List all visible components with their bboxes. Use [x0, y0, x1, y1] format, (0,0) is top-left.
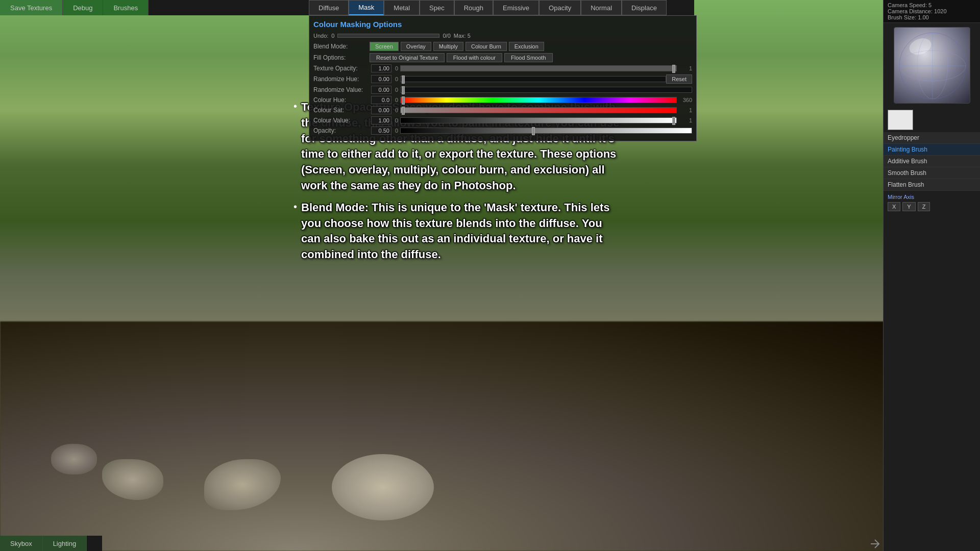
bottom-bar: Skybox Lighting	[0, 536, 102, 551]
camera-speed-label: Camera Speed:	[888, 2, 927, 8]
blend-mode-options: Screen Overlay Multiply Colour Burn Excl…	[370, 42, 544, 51]
blend-screen[interactable]: Screen	[370, 42, 399, 51]
cv-max: 1	[677, 117, 692, 123]
cs-max: 1	[677, 107, 692, 113]
randomize-value-row: Randomize Value: 0	[313, 86, 692, 94]
tab-displace[interactable]: Displace	[622, 0, 667, 15]
brush-size-row: Brush Size: 1.00	[888, 14, 976, 20]
colour-value-label: Colour Value:	[313, 117, 370, 124]
camera-info: Camera Speed: 5 Camera Distance: 1020 Br…	[884, 0, 980, 23]
tab-opacity[interactable]: Opacity	[539, 0, 581, 15]
camera-speed-row: Camera Speed: 5	[888, 2, 976, 8]
axis-y-btn[interactable]: Y	[902, 202, 915, 211]
cs-min: 0	[395, 107, 398, 113]
flatten-brush-btn[interactable]: Flatten Brush	[884, 179, 980, 191]
annotation-2: • Blend Mode: This is unique to the 'Mas…	[293, 200, 620, 263]
camera-distance-row: Camera Distance: 1020	[888, 8, 976, 14]
tab-emissive[interactable]: Emissive	[493, 0, 539, 15]
brush-size-label: Brush Size:	[888, 14, 916, 20]
randomize-value-slider[interactable]	[400, 87, 692, 93]
blend-mode-label: Blend Mode:	[313, 43, 370, 50]
undo-row: Undo: 0 0/0 Max: 5	[313, 33, 692, 39]
eyedropper-btn[interactable]: Eyedropper	[884, 132, 980, 144]
opacity-max: 1	[677, 65, 692, 71]
ch-max: 360	[677, 97, 692, 103]
undo-value: 0	[331, 33, 334, 39]
camera-distance-label: Camera Distance:	[888, 8, 933, 14]
axis-z-btn[interactable]: Z	[918, 202, 930, 211]
color-swatch[interactable]	[888, 110, 913, 130]
texture-opacity-input[interactable]	[371, 64, 391, 72]
rv-min: 0	[395, 87, 398, 93]
camera-distance-value: 1020	[934, 8, 946, 14]
tab-mask[interactable]: Mask	[349, 0, 384, 15]
randomize-hue-slider[interactable]	[400, 76, 666, 82]
mirror-axis-section: Mirror Axis X Y Z	[884, 191, 980, 214]
randomize-hue-row: Randomize Hue: 0 Reset	[313, 74, 692, 84]
undo-label: Undo:	[313, 33, 328, 39]
cv-min: 0	[395, 117, 398, 123]
bullet-2: •	[293, 201, 297, 213]
sphere-overlay-svg	[894, 28, 970, 104]
tab-spec[interactable]: Spec	[420, 0, 454, 15]
bottom-right-corner-icon	[870, 539, 880, 549]
blend-overlay[interactable]: Overlay	[401, 42, 431, 51]
panel-title: Colour Masking Options	[313, 20, 692, 29]
bullet-1: •	[293, 101, 297, 112]
colour-sat-label: Colour Sat:	[313, 107, 370, 114]
tab-metal[interactable]: Metal	[384, 0, 420, 15]
randomize-value-label: Randomize Value:	[313, 86, 370, 93]
colour-value-row: Colour Value: 0 1	[313, 116, 692, 124]
colour-value-input[interactable]	[371, 116, 391, 124]
colour-hue-row: Colour Hue: 0 360	[313, 96, 692, 104]
opacity-slider[interactable]	[400, 128, 692, 134]
fill-reset-original[interactable]: Reset to Original Texture	[370, 53, 445, 62]
smooth-brush-btn[interactable]: Smooth Brush	[884, 167, 980, 179]
texture-opacity-label: Texture Opacity:	[313, 65, 370, 72]
axis-x-btn[interactable]: X	[888, 202, 900, 211]
blend-multiply[interactable]: Multiply	[433, 42, 463, 51]
debug-button[interactable]: Debug	[63, 0, 103, 15]
right-sidebar: Camera Speed: 5 Camera Distance: 1020 Br…	[883, 0, 980, 551]
tab-diffuse[interactable]: Diffuse	[309, 0, 349, 15]
undo-max: Max: 5	[454, 33, 471, 39]
fill-options-buttons: Reset to Original Texture Flood with col…	[370, 53, 553, 62]
masking-panel: Colour Masking Options Undo: 0 0/0 Max: …	[309, 15, 697, 141]
mirror-axis-label: Mirror Axis	[888, 194, 914, 200]
colour-hue-slider[interactable]	[400, 97, 677, 103]
rh-min: 0	[395, 76, 398, 82]
blend-mode-row: Blend Mode: Screen Overlay Multiply Colo…	[313, 42, 692, 51]
brushes-button[interactable]: Brushes	[103, 0, 149, 15]
blend-colour-burn[interactable]: Colour Burn	[465, 42, 507, 51]
colour-value-slider[interactable]	[400, 117, 677, 123]
skybox-btn[interactable]: Skybox	[0, 536, 43, 551]
fill-flood-colour[interactable]: Flood with colour	[447, 53, 502, 62]
randomize-value-input[interactable]	[371, 86, 391, 94]
additive-brush-btn[interactable]: Additive Brush	[884, 156, 980, 167]
colour-hue-label: Colour Hue:	[313, 96, 370, 104]
lighting-btn[interactable]: Lighting	[43, 536, 87, 551]
blend-exclusion[interactable]: Exclusion	[509, 42, 544, 51]
colour-sat-input[interactable]	[371, 106, 391, 114]
randomize-hue-input[interactable]	[371, 75, 391, 83]
tab-bar: Diffuse Mask Metal Spec Rough Emissive O…	[309, 0, 697, 15]
colour-sat-row: Colour Sat: 0 1	[313, 106, 692, 114]
save-textures-button[interactable]: Save Textures	[0, 0, 63, 15]
colour-sat-slider[interactable]	[400, 107, 677, 113]
texture-opacity-slider[interactable]	[400, 65, 677, 71]
op-min: 0	[395, 128, 398, 134]
opacity-input[interactable]	[371, 127, 391, 135]
opacity-min: 0	[395, 65, 398, 71]
fill-options-label: Fill Options:	[313, 54, 370, 61]
painting-brush-btn[interactable]: Painting Brush	[884, 144, 980, 156]
randomize-hue-reset[interactable]: Reset	[666, 74, 692, 84]
opacity-label: Opacity:	[313, 127, 370, 134]
tab-normal[interactable]: Normal	[581, 0, 622, 15]
axis-buttons: X Y Z	[888, 202, 976, 211]
undo-counter: 0/0	[443, 33, 450, 39]
undo-slider[interactable]	[337, 34, 439, 38]
tab-rough[interactable]: Rough	[454, 0, 493, 15]
fill-flood-smooth[interactable]: Flood Smooth	[504, 53, 552, 62]
brush-sphere-preview	[894, 27, 970, 104]
colour-hue-input[interactable]	[371, 96, 391, 104]
